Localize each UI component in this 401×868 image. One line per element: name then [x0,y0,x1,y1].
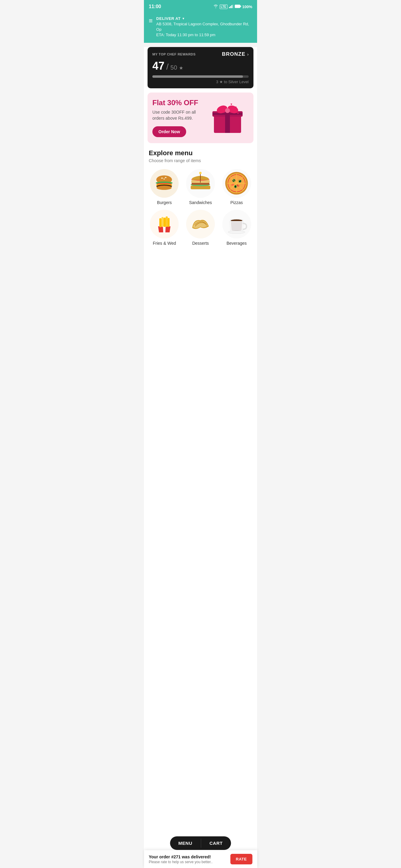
promo-section: Flat 30% OFF Use code 30OFF on all order… [144,93,257,143]
rewards-progress-fill [152,75,243,78]
delivery-eta: ETA: Today 11:30 pm to 11:59 pm [156,32,252,38]
rate-button[interactable]: RATE [231,854,252,864]
svg-point-12 [225,108,230,113]
menu-item-beverages[interactable]: Beverages [221,210,252,246]
hamburger-menu[interactable]: ≡ [149,17,153,25]
svg-rect-54 [164,218,166,227]
wifi-icon [213,4,218,9]
svg-text:♥: ♥ [237,112,239,115]
bottom-navigation: MENU CART [170,836,231,850]
deliver-at-label[interactable]: DELIVER AT ▼ [156,16,252,21]
rewards-level: BRONZE › [222,51,249,57]
delivery-info: DELIVER AT ▼ AB 5308, Tropical Lagoon Co… [156,16,252,38]
rewards-progress-bar [152,75,249,78]
burgers-image [150,169,179,198]
menu-item-desserts[interactable]: Desserts [185,210,216,246]
explore-subtitle: Choose from range of items [149,158,252,163]
svg-text:♥: ♥ [234,105,236,110]
svg-point-33 [199,172,202,174]
main-content: MY TOP CHEF REWARDS BRONZE › 47 / 50 ★ 3… [144,47,257,868]
order-title: Your order #271 was delivered! [149,855,231,859]
pizzas-label: Pizzas [231,200,243,205]
fries-label: Fries & Wed [153,241,176,246]
rewards-separator: / [166,62,169,72]
svg-point-41 [239,181,240,182]
svg-rect-55 [166,216,168,227]
order-notification: Your order #271 was delivered! Please ra… [144,850,257,868]
status-time: 11:00 [149,4,161,9]
lte-badge: LTE [220,4,228,9]
menu-grid-row-2: Fries & Wed Desserts [149,210,252,246]
status-icons: LTE 100% [213,4,252,9]
menu-nav-button[interactable]: MENU [170,836,201,850]
rewards-level-text: BRONZE [222,51,246,57]
chevron-down-icon: ▼ [182,17,185,20]
explore-title: Explore menu [149,149,252,157]
svg-rect-53 [162,217,164,227]
svg-rect-2 [231,5,232,8]
menu-item-sandwiches[interactable]: Sandwiches [185,169,216,205]
svg-rect-1 [230,6,231,8]
rewards-chevron-icon: › [247,52,249,57]
beverages-image [222,210,251,239]
promo-content: Flat 30% OFF Use code 30OFF on all order… [152,98,206,137]
rewards-next-level-text: 3 ★ to Silver Level [216,80,249,84]
promo-banner: Flat 30% OFF Use code 30OFF on all order… [147,93,254,143]
desserts-label: Desserts [192,241,209,246]
rewards-footer: 3 ★ to Silver Level [152,80,249,84]
rewards-header: MY TOP CHEF REWARDS BRONZE › [152,51,249,57]
burgers-label: Burgers [157,200,172,205]
sandwiches-image [186,169,215,198]
pizzas-image [222,169,251,198]
rewards-max-points: 50 [170,64,177,71]
battery-icon [235,4,241,9]
menu-item-pizzas[interactable]: Pizzas [221,169,252,205]
gift-box-image: ♥ ♥ ♥ [209,100,246,136]
explore-section: Explore menu Choose from range of items [144,149,257,246]
svg-rect-0 [229,7,230,8]
rewards-current-points: 47 [152,60,165,72]
cart-nav-button[interactable]: CART [201,836,231,850]
order-text: Your order #271 was delivered! Please ra… [149,855,231,864]
order-now-button[interactable]: Order Now [152,126,186,137]
rewards-points-row: 47 / 50 ★ [152,60,249,72]
desserts-image [186,210,215,239]
rewards-star-icon: ★ [179,65,183,71]
status-bar: 11:00 LTE 100% [144,0,257,13]
svg-point-62 [228,230,245,234]
order-subtitle: Please rate to help us serve you better.… [149,860,231,864]
fries-image [150,210,179,239]
svg-point-18 [161,178,163,179]
menu-item-burgers[interactable]: Burgers [149,169,180,205]
promo-description: Use code 30OFF on all orders above Rs.49… [152,110,206,121]
svg-text:♥: ♥ [231,102,232,106]
svg-point-20 [164,179,165,180]
svg-rect-52 [159,218,162,227]
delivery-address: AB 5308, Tropical Lagoon Complex, Ghodbu… [156,22,252,32]
menu-item-fries[interactable]: Fries & Wed [149,210,180,246]
rewards-title: MY TOP CHEF REWARDS [152,53,196,56]
signal-icon [229,4,233,9]
rewards-card[interactable]: MY TOP CHEF REWARDS BRONZE › 47 / 50 ★ 3… [147,47,254,88]
svg-point-43 [235,186,236,187]
promo-title: Flat 30% OFF [152,98,206,107]
svg-rect-5 [240,6,241,7]
beverages-label: Beverages [227,241,247,246]
svg-point-25 [156,186,172,190]
menu-grid-row-1: Burgers [149,169,252,205]
svg-rect-56 [168,218,170,227]
header: ≡ DELIVER AT ▼ AB 5308, Tropical Lagoon … [144,13,257,43]
battery-percent: 100% [242,4,252,9]
sandwiches-label: Sandwiches [189,200,212,205]
svg-rect-3 [233,4,233,8]
svg-point-19 [165,177,167,178]
promo-image: ♥ ♥ ♥ [206,100,249,136]
svg-rect-4 [235,5,240,8]
